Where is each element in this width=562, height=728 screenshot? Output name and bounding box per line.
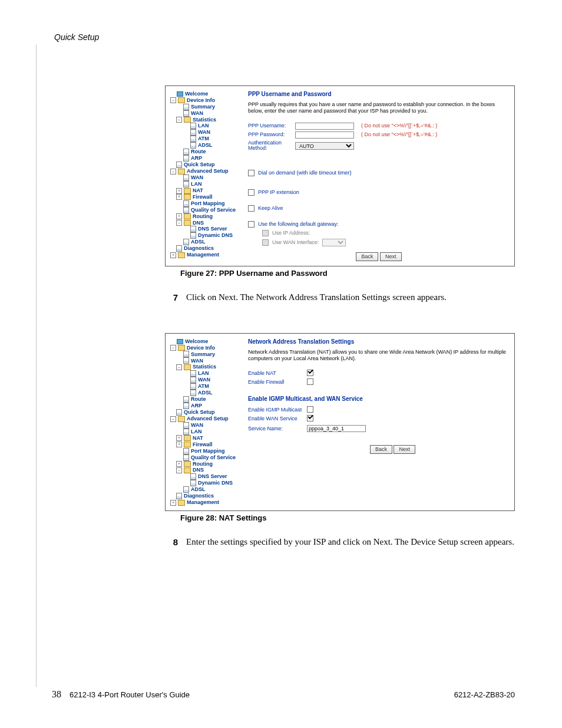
ppp-password-hint: ( Do not use "<>%\^[]`+$,='#&.: ) — [361, 131, 437, 138]
nat-panel: Network Address Translation Settings Net… — [243, 338, 510, 506]
expand-icon[interactable]: + — [176, 461, 182, 467]
nav-adv-dns[interactable]: –DNS — [170, 220, 240, 226]
nav-adv-routing[interactable]: +Routing — [170, 461, 240, 467]
wan-interface-select — [322, 239, 346, 246]
folder-icon — [184, 188, 191, 194]
collapse-icon[interactable]: – — [170, 345, 176, 351]
nav-stat-atm[interactable]: ATM — [170, 383, 240, 390]
nav-adv-adsl[interactable]: ADSL — [170, 486, 240, 493]
nav-route[interactable]: Route — [170, 396, 240, 403]
collapse-icon[interactable]: – — [176, 467, 182, 473]
enable-igmp-checkbox[interactable] — [307, 406, 313, 413]
page-icon — [190, 226, 196, 232]
nav-stat-wan[interactable]: WAN — [170, 129, 240, 136]
ppp-username-hint: ( Do not use "<>%\^[]`+$,='#&.: ) — [361, 123, 437, 129]
nav-stat-lan[interactable]: LAN — [170, 123, 240, 129]
back-button[interactable]: Back — [370, 445, 392, 454]
nav-adv-wan[interactable]: WAN — [170, 422, 240, 429]
nav-adv-routing[interactable]: +Routing — [170, 213, 240, 220]
nav-adv-dns-server[interactable]: DNS Server — [170, 473, 240, 480]
nav-stat-adsl[interactable]: ADSL — [170, 390, 240, 396]
nav-arp[interactable]: ARP — [170, 403, 240, 409]
nav-adv-wan[interactable]: WAN — [170, 174, 240, 181]
nav-adv-qos[interactable]: Quality of Service — [170, 207, 240, 213]
nav-management[interactable]: +Management — [170, 499, 240, 506]
nav-management[interactable]: +Management — [170, 252, 240, 258]
dial-on-demand-checkbox[interactable] — [248, 170, 254, 176]
step-number: 7 — [165, 292, 178, 304]
collapse-icon[interactable]: – — [170, 97, 176, 103]
nav-wan[interactable]: WAN — [170, 357, 240, 364]
nav-adv-nat[interactable]: +NAT — [170, 435, 240, 442]
ppp-username-input[interactable] — [295, 123, 354, 130]
use-default-gw-checkbox[interactable] — [248, 221, 254, 228]
next-button[interactable]: Next — [394, 445, 415, 454]
nav-adv-adsl[interactable]: ADSL — [170, 239, 240, 245]
expand-icon[interactable]: + — [170, 500, 176, 506]
nav-adv-lan[interactable]: LAN — [170, 181, 240, 187]
nav-stat-wan[interactable]: WAN — [170, 377, 240, 383]
nav-adv-firewall[interactable]: +Firewall — [170, 194, 240, 200]
collapse-icon[interactable]: – — [176, 220, 182, 226]
nav-advanced-setup[interactable]: –Advanced Setup — [170, 416, 240, 422]
keep-alive-checkbox[interactable] — [248, 205, 254, 212]
page-icon — [176, 245, 182, 252]
expand-icon[interactable]: + — [176, 194, 182, 200]
collapse-icon[interactable]: – — [176, 117, 182, 123]
nav-diagnostics[interactable]: Diagnostics — [170, 493, 240, 499]
nav-adv-nat[interactable]: +NAT — [170, 187, 240, 194]
expand-icon[interactable]: + — [176, 442, 182, 447]
nav-tree: Welcome –Device Info Summary WAN –Statis… — [170, 338, 240, 506]
auth-method-select[interactable]: AUTO — [295, 142, 354, 150]
next-button[interactable]: Next — [380, 252, 402, 261]
nav-summary[interactable]: Summary — [170, 351, 240, 357]
nav-adv-dns-server[interactable]: DNS Server — [170, 226, 240, 232]
expand-icon[interactable]: + — [176, 188, 182, 194]
nav-device-info[interactable]: –Device Info — [170, 345, 240, 351]
nav-stat-adsl[interactable]: ADSL — [170, 142, 240, 149]
nav-stat-atm[interactable]: ATM — [170, 136, 240, 142]
nav-welcome[interactable]: Welcome — [170, 338, 240, 345]
use-ip-address-label: Use IP Address: — [272, 230, 310, 236]
collapse-icon[interactable]: – — [170, 416, 176, 422]
nav-adv-port-mapping[interactable]: Port Mapping — [170, 200, 240, 207]
collapse-icon[interactable]: – — [176, 364, 182, 370]
page-icon — [183, 149, 189, 155]
nav-adv-qos[interactable]: Quality of Service — [170, 454, 240, 461]
nav-adv-firewall[interactable]: +Firewall — [170, 442, 240, 448]
nav-quick-setup[interactable]: Quick Setup — [170, 162, 240, 168]
step-text: Enter the settings specified by your ISP… — [186, 536, 514, 548]
nav-adv-port-mapping[interactable]: Port Mapping — [170, 448, 240, 454]
back-button[interactable]: Back — [356, 252, 378, 261]
nav-route[interactable]: Route — [170, 149, 240, 155]
nav-summary[interactable]: Summary — [170, 104, 240, 110]
page-icon — [190, 129, 196, 136]
expand-icon[interactable]: + — [170, 252, 176, 258]
page-icon — [183, 207, 189, 213]
nav-stat-lan[interactable]: LAN — [170, 370, 240, 377]
nav-device-info[interactable]: –Device Info — [170, 97, 240, 104]
nav-tree: Welcome –Device Info Summary WAN –Statis… — [170, 91, 240, 261]
nav-wan[interactable]: WAN — [170, 110, 240, 117]
ppp-password-input[interactable] — [295, 131, 354, 139]
nav-adv-lan[interactable]: LAN — [170, 429, 240, 435]
collapse-icon[interactable]: – — [170, 169, 176, 174]
nav-adv-dns[interactable]: –DNS — [170, 467, 240, 473]
enable-wan-service-checkbox[interactable] — [307, 415, 313, 421]
enable-firewall-checkbox[interactable] — [307, 378, 313, 385]
expand-icon[interactable]: + — [176, 213, 182, 219]
service-name-input[interactable] — [307, 425, 366, 432]
nav-statistics[interactable]: –Statistics — [170, 117, 240, 123]
nav-arp[interactable]: ARP — [170, 155, 240, 162]
nav-statistics[interactable]: –Statistics — [170, 364, 240, 370]
nav-advanced-setup[interactable]: –Advanced Setup — [170, 168, 240, 174]
expand-icon[interactable]: + — [176, 435, 182, 441]
nav-welcome[interactable]: Welcome — [170, 91, 240, 97]
nav-adv-dyn-dns[interactable]: Dynamic DNS — [170, 480, 240, 486]
enable-nat-checkbox[interactable] — [307, 370, 313, 376]
ppp-ip-ext-checkbox[interactable] — [248, 189, 254, 196]
nav-quick-setup[interactable]: Quick Setup — [170, 409, 240, 416]
nav-diagnostics[interactable]: Diagnostics — [170, 245, 240, 252]
nav-adv-dyn-dns[interactable]: Dynamic DNS — [170, 232, 240, 239]
service-name-label: Service Name: — [248, 426, 307, 432]
